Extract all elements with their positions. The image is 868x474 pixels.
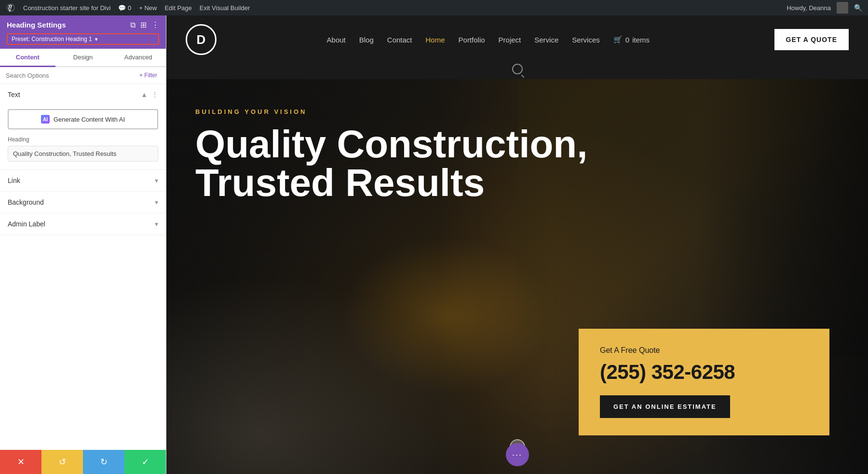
filter-button[interactable]: + Filter (136, 71, 160, 80)
cart-count: 0 (625, 36, 629, 44)
ai-generate-button[interactable]: AI Generate Content With AI (8, 109, 158, 129)
site-logo: D (186, 24, 217, 55)
text-section-title: Text (8, 91, 20, 98)
admin-bar-left: Construction starter site for Divi 💬 0 +… (6, 3, 250, 13)
columns-icon[interactable]: ⊞ (140, 20, 147, 29)
link-section[interactable]: Link ▾ (0, 170, 166, 192)
undo-icon: ↺ (59, 457, 66, 467)
main-layout: Heading Settings ⧉ ⊞ ⋮ Preset: Construct… (0, 15, 868, 474)
search-bar: + Filter (0, 67, 166, 84)
preset-badge[interactable]: Preset: Construction Heading 1 ▼ (7, 33, 159, 45)
background-chevron-icon: ▾ (155, 198, 158, 206)
edit-page-button[interactable]: Edit Page (164, 4, 191, 12)
admin-search-icon[interactable]: 🔍 (854, 4, 862, 12)
cart-items-label: items (632, 36, 650, 44)
search-input[interactable] (6, 72, 133, 79)
user-avatar (837, 2, 848, 14)
text-section-header[interactable]: Text ▲ ⋮ (0, 84, 166, 105)
hero-section: BUILDING YOUR VISION Quality Constructio… (166, 79, 868, 474)
site-name-label[interactable]: Construction starter site for Divi (23, 4, 110, 12)
dots-menu-button[interactable]: ··· (506, 443, 529, 466)
redo-icon: ↻ (100, 457, 108, 467)
text-chevron-icon: ▲ (141, 91, 148, 98)
hero-content: BUILDING YOUR VISION Quality Constructio… (166, 79, 868, 236)
preview-area: D About Blog Contact Home Portfolio Proj… (166, 15, 868, 474)
admin-bar-right: Howdy, Deanna 🔍 (787, 2, 862, 14)
link-chevron-icon: ▾ (155, 177, 158, 184)
panel-tabs: Content Design Advanced (0, 49, 166, 67)
nav-search-row (166, 64, 868, 79)
admin-label-section-title: Admin Label (8, 220, 45, 228)
save-button[interactable]: ✓ (124, 450, 166, 474)
text-section-content: AI Generate Content With AI Heading (0, 105, 166, 169)
text-section-actions: ▲ ⋮ (141, 91, 158, 98)
tab-design[interactable]: Design (55, 49, 111, 67)
online-estimate-button[interactable]: GET AN ONLINE ESTIMATE (600, 395, 730, 418)
tab-content[interactable]: Content (0, 49, 55, 67)
tab-advanced[interactable]: Advanced (110, 49, 166, 67)
nav-link-project[interactable]: Project (499, 36, 521, 44)
quote-card-label: Get A Free Quote (600, 346, 808, 355)
copy-icon[interactable]: ⧉ (130, 21, 136, 29)
nav-link-services[interactable]: Services (572, 36, 600, 44)
bottom-toolbar: ✕ ↺ ↻ ✓ (0, 450, 166, 474)
hero-title: Quality Construction, Trusted Results (195, 125, 629, 202)
heading-field-label: Heading (8, 136, 158, 143)
redo-button[interactable]: ↻ (83, 450, 124, 474)
left-panel: Heading Settings ⧉ ⊞ ⋮ Preset: Construct… (0, 15, 166, 474)
user-greeting: Howdy, Deanna (787, 4, 831, 12)
panel-header-icons: ⧉ ⊞ ⋮ (130, 20, 159, 29)
panel-header: Heading Settings ⧉ ⊞ ⋮ Preset: Construct… (0, 15, 166, 49)
site-nav-links: About Blog Contact Home Portfolio Projec… (217, 35, 760, 44)
panel-content: Text ▲ ⋮ AI Generate Content With AI Hea… (0, 84, 166, 450)
background-section[interactable]: Background ▾ (0, 192, 166, 213)
cancel-icon: ✕ (17, 457, 25, 467)
quote-card-phone: (255) 352-6258 (600, 361, 808, 384)
comments-count[interactable]: 💬 0 (118, 4, 131, 12)
wp-logo-icon[interactable] (6, 3, 15, 13)
hero-eyebrow: BUILDING YOUR VISION (195, 108, 839, 115)
site-nav: D About Blog Contact Home Portfolio Proj… (166, 15, 868, 64)
preset-arrow-icon: ▼ (94, 37, 99, 42)
nav-link-service[interactable]: Service (534, 36, 558, 44)
cart-icon: 🛒 (613, 35, 623, 44)
quote-card: Get A Free Quote (255) 352-6258 GET AN O… (579, 329, 829, 435)
nav-link-portfolio[interactable]: Portfolio (459, 36, 485, 44)
panel-header-top: Heading Settings ⧉ ⊞ ⋮ (7, 20, 159, 29)
exit-vb-button[interactable]: Exit Visual Builder (200, 4, 250, 12)
admin-label-section[interactable]: Admin Label ▾ (0, 213, 166, 235)
link-section-title: Link (8, 177, 20, 184)
more-icon[interactable]: ⋮ (151, 20, 159, 29)
wp-admin-bar: Construction starter site for Divi 💬 0 +… (0, 0, 868, 15)
preset-label: Preset: Construction Heading 1 (12, 36, 92, 42)
background-section-title: Background (8, 198, 44, 206)
ai-generate-label: Generate Content With AI (54, 116, 125, 123)
nav-search-icon[interactable] (512, 64, 523, 74)
new-button[interactable]: + New (139, 4, 157, 12)
ai-icon: AI (41, 115, 50, 124)
nav-cart[interactable]: 🛒 0 items (613, 35, 650, 44)
text-section: Text ▲ ⋮ AI Generate Content With AI Hea… (0, 84, 166, 170)
admin-label-chevron-icon: ▾ (155, 220, 158, 228)
get-quote-button[interactable]: GET A QUOTE (774, 29, 849, 50)
nav-link-blog[interactable]: Blog (359, 36, 374, 44)
nav-link-contact[interactable]: Contact (387, 36, 412, 44)
nav-link-about[interactable]: About (327, 36, 346, 44)
dots-icon: ··· (512, 450, 522, 460)
nav-link-home[interactable]: Home (426, 36, 445, 44)
undo-button[interactable]: ↺ (41, 450, 83, 474)
heading-input[interactable] (8, 146, 158, 162)
website-preview: D About Blog Contact Home Portfolio Proj… (166, 15, 868, 474)
text-menu-icon[interactable]: ⋮ (151, 91, 158, 98)
panel-title: Heading Settings (7, 21, 66, 29)
save-icon: ✓ (142, 457, 149, 467)
cancel-button[interactable]: ✕ (0, 450, 41, 474)
